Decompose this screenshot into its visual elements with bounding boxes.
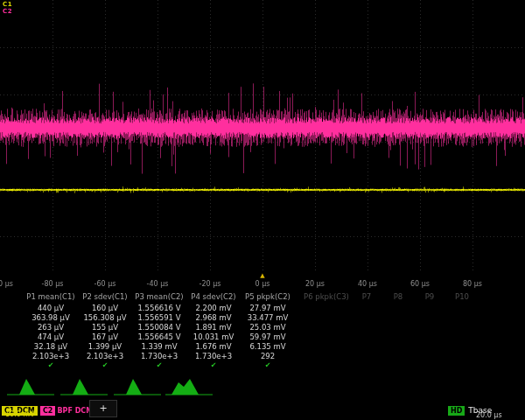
measurement-value: 474 µV bbox=[24, 332, 77, 341]
measurement-header[interactable]: P1 mean(C1) bbox=[24, 292, 77, 301]
measurement-header[interactable]: P3 mean(C2) bbox=[133, 292, 186, 301]
measurement-table: P1 mean(C1)P2 sdev(C1)P3 mean(C2)P4 sdev… bbox=[0, 292, 525, 373]
measurement-value: 1.556591 V bbox=[133, 313, 186, 322]
measurement-header[interactable]: P2 sdev(C1) bbox=[79, 292, 131, 301]
measurement-status-check: ✔ bbox=[133, 361, 186, 369]
hd-badge: HD bbox=[448, 406, 465, 416]
measurement-value: 155 µV bbox=[79, 323, 131, 332]
measurement-value: 59.97 mV bbox=[242, 332, 294, 341]
measurement-header[interactable]: P8 bbox=[383, 292, 413, 301]
time-axis-label: -40 µs bbox=[147, 280, 169, 288]
add-trace-button[interactable]: + bbox=[89, 400, 117, 417]
measurement-value: 2.968 mV bbox=[187, 313, 240, 322]
measurement-value: 1.550084 V bbox=[133, 323, 186, 332]
measurement-value: 156.308 µV bbox=[79, 313, 131, 322]
channel2-descriptor[interactable]: C2BPF DCM bbox=[40, 400, 93, 416]
measurement-value: 27.97 mV bbox=[242, 304, 294, 312]
time-axis-label: 0 µs bbox=[256, 280, 270, 288]
histicon-peak bbox=[126, 379, 142, 395]
measurement-value: 2.103e+3 bbox=[24, 352, 77, 360]
time-axis-label: 80 µs bbox=[463, 280, 482, 288]
time-axis-label: 20 µs bbox=[305, 280, 325, 288]
oscilloscope-screen: C1 C2 ▲ -100 µs-80 µs-60 µs-40 µs-20 µs0… bbox=[0, 0, 525, 420]
measurement-header[interactable]: P7 bbox=[352, 292, 382, 301]
measurement-value: 2.200 mV bbox=[187, 304, 240, 312]
measurement-value: 1.556645 V bbox=[133, 332, 186, 341]
trace-label-c2[interactable]: C2 bbox=[3, 8, 12, 15]
measurement-value: 292 bbox=[242, 352, 294, 360]
measurement-header[interactable]: P6 pkpk(C3) bbox=[294, 292, 359, 301]
measurement-value: 1.399 µV bbox=[79, 342, 131, 351]
trace-label-c1[interactable]: C1 bbox=[3, 1, 12, 8]
measurement-status-check: ✔ bbox=[187, 361, 240, 369]
time-axis-label: -80 µs bbox=[42, 280, 64, 288]
measurement-value: 1.339 mV bbox=[133, 342, 186, 351]
time-axis-label: 40 µs bbox=[358, 280, 377, 288]
histicon-peak bbox=[172, 379, 199, 395]
measurement-status-check: ✔ bbox=[79, 361, 131, 369]
measurement-value: 6.135 mV bbox=[242, 342, 294, 351]
waveform-display[interactable] bbox=[0, 0, 525, 290]
measurement-value: 10.031 mV bbox=[187, 332, 240, 341]
measurement-value: 32.18 µV bbox=[24, 342, 77, 351]
measurement-value: 1.730e+3 bbox=[187, 352, 240, 360]
measurement-value: 440 µV bbox=[24, 304, 77, 312]
histicon-peak bbox=[19, 379, 35, 395]
time-axis-label: -20 µs bbox=[200, 280, 221, 288]
measurement-header[interactable]: P10 bbox=[444, 292, 480, 301]
measurement-value: 363.98 µV bbox=[24, 313, 77, 322]
measurement-value: 1.891 mV bbox=[187, 323, 240, 332]
trigger-time-marker[interactable]: ▲ bbox=[260, 272, 264, 279]
c2-badge[interactable]: C2 bbox=[40, 406, 55, 416]
time-axis-label: -100 µs bbox=[0, 280, 13, 288]
measurement-status-check: ✔ bbox=[242, 361, 294, 369]
histicon-peak bbox=[73, 379, 88, 395]
measurement-value: 1.730e+3 bbox=[133, 352, 186, 360]
time-axis: ▲ -100 µs-80 µs-60 µs-40 µs-20 µs0 µs20 … bbox=[0, 276, 525, 289]
measurement-value: 263 µV bbox=[24, 323, 77, 332]
histicons bbox=[0, 374, 525, 397]
timebase-descriptor[interactable]: HDTbase 20.0 µs bbox=[448, 400, 525, 416]
c1-vertical-scale: 10.0 mV bbox=[5, 410, 35, 418]
measurement-value: 1.556616 V bbox=[133, 304, 186, 312]
measurement-value: 1.676 mV bbox=[187, 342, 240, 351]
timebase-value: 20.0 µs bbox=[476, 411, 502, 419]
measurement-value: 25.03 mV bbox=[242, 323, 294, 332]
measurement-value: 160 µV bbox=[79, 304, 131, 312]
measurement-value: 33.477 mV bbox=[242, 313, 294, 322]
measurement-value: 167 µV bbox=[79, 332, 131, 341]
measurement-header[interactable]: P4 sdev(C2) bbox=[187, 292, 240, 301]
time-axis-label: 60 µs bbox=[410, 280, 430, 288]
footer: C1 DCM 10.0 mV C2BPF DCM + HDTbase 20.0 … bbox=[0, 399, 525, 420]
measurement-header[interactable]: P9 bbox=[415, 292, 444, 301]
time-axis-label: -60 µs bbox=[94, 280, 116, 288]
measurement-status-check: ✔ bbox=[24, 361, 77, 369]
measurement-header[interactable]: P5 pkpk(C2) bbox=[242, 292, 294, 301]
c2-coupling: BPF DCM bbox=[57, 407, 93, 415]
measurement-value: 2.103e+3 bbox=[79, 352, 131, 360]
